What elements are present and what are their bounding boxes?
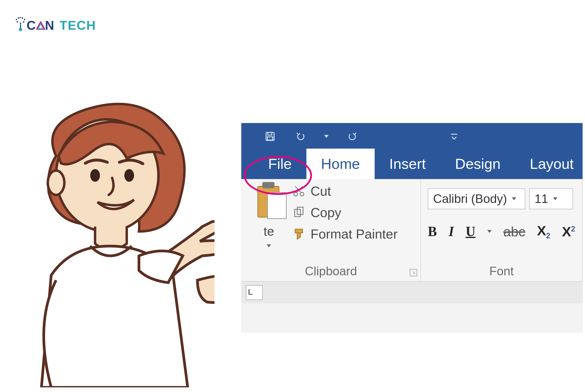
svg-point-18 xyxy=(294,192,297,196)
strikethrough-button[interactable]: abc xyxy=(503,224,525,240)
logo-tech: TECH xyxy=(60,19,96,32)
bold-button[interactable]: B xyxy=(428,224,437,239)
paste-button[interactable]: te xyxy=(248,184,290,247)
paintbrush-icon xyxy=(293,228,305,240)
logo-can: C N xyxy=(27,19,55,32)
format-painter-label: Format Painter xyxy=(311,226,398,242)
svg-rect-15 xyxy=(268,132,272,135)
paste-label: te xyxy=(264,224,274,238)
triangle-icon xyxy=(36,22,45,30)
svg-rect-24 xyxy=(295,229,302,233)
group-font: Calibri (Body) 11 B I U abc X2 X2 Font xyxy=(421,179,582,281)
tab-layout[interactable]: Layout xyxy=(515,148,585,179)
svg-rect-16 xyxy=(267,137,273,140)
underline-dropdown-icon[interactable] xyxy=(487,230,492,233)
svg-point-0 xyxy=(20,23,21,24)
ribbon-tabs: File Home Insert Design Layout xyxy=(241,150,582,179)
ribbon: te Cut Copy Format Painter xyxy=(241,179,582,282)
font-group-label: Font xyxy=(421,264,582,278)
svg-point-13 xyxy=(124,169,134,182)
quick-access-toolbar xyxy=(241,123,582,150)
undo-icon[interactable] xyxy=(294,130,307,143)
customize-qat-icon[interactable] xyxy=(447,130,461,143)
cut-label: Cut xyxy=(311,184,331,198)
svg-point-2 xyxy=(23,21,24,23)
superscript-button[interactable]: X2 xyxy=(562,224,575,240)
font-name-value: Calibri (Body) xyxy=(433,192,507,206)
svg-point-6 xyxy=(22,17,23,19)
tab-insert[interactable]: Insert xyxy=(375,148,440,179)
woman-pointing-illustration xyxy=(12,95,215,387)
undo-dropdown-icon[interactable] xyxy=(324,135,329,138)
scissors-icon xyxy=(293,185,305,197)
subscript-button[interactable]: X2 xyxy=(537,223,550,240)
copy-button[interactable]: Copy xyxy=(293,205,398,220)
format-painter-button[interactable]: Format Painter xyxy=(293,226,398,242)
tab-file[interactable]: File xyxy=(254,148,306,179)
italic-button[interactable]: I xyxy=(448,224,454,239)
font-size-value: 11 xyxy=(534,192,548,206)
group-clipboard: te Cut Copy Format Painter xyxy=(241,179,421,281)
word-window: File Home Insert Design Layout te Cut xyxy=(241,123,582,332)
copy-label: Copy xyxy=(311,205,341,220)
svg-point-5 xyxy=(18,17,19,19)
svg-point-7 xyxy=(20,17,21,18)
svg-point-4 xyxy=(24,19,25,20)
font-name-combo[interactable]: Calibri (Body) xyxy=(428,188,525,209)
font-size-combo[interactable]: 11 xyxy=(529,188,573,209)
ruler-bar: L xyxy=(241,282,582,303)
chevron-down-icon xyxy=(512,197,516,200)
underline-button[interactable]: U xyxy=(465,224,475,239)
svg-point-1 xyxy=(17,21,18,23)
tab-home[interactable]: Home xyxy=(306,148,375,179)
svg-point-11 xyxy=(48,170,64,195)
save-icon[interactable] xyxy=(263,130,277,143)
tab-stop-indicator[interactable]: L xyxy=(246,285,263,300)
paste-dropdown-icon[interactable] xyxy=(267,244,271,247)
copy-icon xyxy=(293,206,305,219)
paste-icon xyxy=(255,184,282,222)
clipboard-dialog-launcher-icon[interactable]: ↘ xyxy=(410,269,417,276)
svg-point-19 xyxy=(300,192,304,196)
cut-button[interactable]: Cut xyxy=(293,184,398,198)
tab-design[interactable]: Design xyxy=(440,148,515,179)
lightbulb-icon xyxy=(16,17,25,32)
brand-logo: C N TECH xyxy=(16,17,96,32)
svg-point-12 xyxy=(90,169,100,182)
clipboard-group-label: Clipboard xyxy=(241,264,420,278)
svg-point-3 xyxy=(16,19,17,20)
redo-icon[interactable] xyxy=(346,130,359,143)
chevron-down-icon xyxy=(553,197,557,200)
